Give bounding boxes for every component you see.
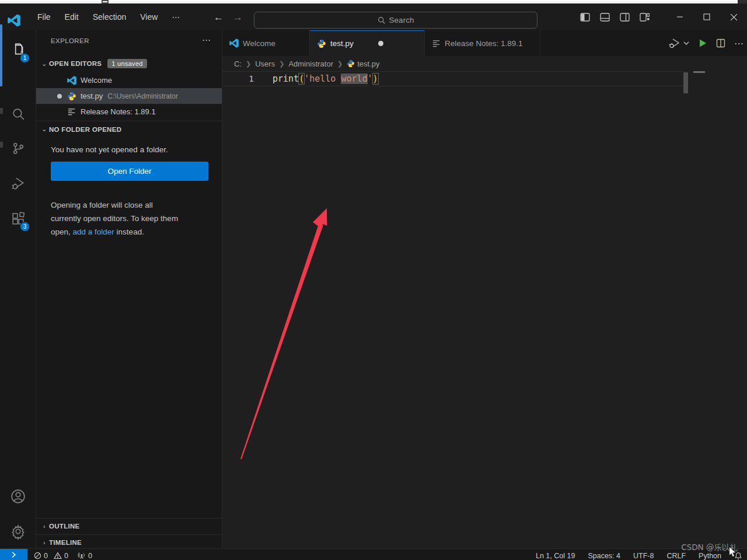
chevron-right-icon: › [40,523,49,530]
chevron-right-icon: ❯ [277,60,286,68]
activity-bar: 1 3 [0,30,36,548]
activitybar-run-debug[interactable] [0,169,36,198]
code-text: print('hello world') [273,74,378,84]
customize-layout-icon[interactable] [640,13,650,22]
minimize-button[interactable] [666,4,693,30]
unsaved-badge: 1 unsaved [107,59,146,68]
chevron-down-icon: ⌄ [40,125,49,133]
toggle-panel-icon[interactable] [600,13,610,22]
split-editor-icon[interactable] [716,38,725,48]
menu-edit[interactable]: Edit [58,9,86,24]
no-folder-label: NO FOLDER OPENED [49,126,121,133]
folder-help-line2: currently open editors. To keep them [51,214,178,223]
timeline-label: TIMELINE [49,539,82,546]
open-editors-label: OPEN EDITORS [49,60,102,67]
activitybar-extensions[interactable]: 3 [0,204,36,233]
menu-bar: File Edit Selection View ⋯ [30,4,187,30]
toggle-sidebar-icon[interactable] [580,13,590,22]
token-close-paren: ) [373,74,378,84]
activitybar-source-control[interactable] [0,134,36,163]
open-editor-label: Release Notes: 1.89.1 [81,107,156,116]
explorer-more-actions-icon[interactable]: ⋯ [202,35,211,46]
breadcrumb: C: ❯ Users ❯ Administrator ❯ test.py [222,56,747,71]
menu-view[interactable]: View [133,9,165,24]
chevron-right-icon: › [40,539,49,546]
code-editor[interactable]: 1 print('hello world') [222,71,747,548]
menu-selection[interactable]: Selection [86,9,134,24]
open-editor-row-release-notes[interactable]: Release Notes: 1.89.1 [36,104,222,120]
tab-welcome[interactable]: Welcome [222,30,310,56]
chevron-down-icon: ⌄ [40,60,49,68]
folder-help-text: Opening a folder will close all currentl… [51,198,178,239]
cursor-position-status[interactable]: Ln 1, Col 19 [536,550,575,560]
chevron-right-icon: ❯ [336,60,344,68]
explorer-badge: 1 [20,53,30,63]
file-path: C:\Users\Administrator [107,92,178,100]
outline-label: OUTLINE [49,523,80,530]
remote-indicator-button[interactable] [0,549,27,560]
run-python-file-icon[interactable] [698,38,707,48]
command-center-search[interactable]: Search [254,12,537,29]
tab-label: Release Notes: 1.89.1 [445,39,523,48]
token-open-paren: ( [299,74,304,84]
background-window-edge [0,24,2,86]
activitybar-explorer[interactable]: 1 [0,35,36,64]
error-count: 0 [44,552,48,560]
nav-forward-icon[interactable]: → [233,12,243,23]
title-bar: File Edit Selection View ⋯ ← → Search [0,4,747,30]
release-notes-icon [67,107,76,116]
no-folder-message: You have not yet opened a folder. [51,145,168,154]
layout-controls [580,4,650,30]
open-editor-label: Welcome [81,76,112,85]
maximize-button[interactable] [693,4,720,30]
ports-status[interactable]: 0 [78,550,92,560]
status-bar: 0 0 0 Ln 1, Col 19 Spaces: 4 UTF-8 CRLF … [0,548,747,560]
open-editor-label: test.pyC:\Users\Administrator [81,92,178,100]
token-word-highlight: world [341,74,367,84]
explorer-sidebar: EXPLORER ⋯ ⌄ OPEN EDITORS 1 unsaved Welc… [36,30,222,548]
nav-back-icon[interactable]: ← [214,12,224,23]
run-or-debug-icon[interactable] [669,38,689,48]
token-string-close: ' [368,74,373,84]
sidebar-title: EXPLORER [51,37,89,44]
menu-more-icon[interactable]: ⋯ [165,9,187,24]
token-print: print [273,74,299,84]
breadcrumb-file[interactable]: test.py [357,60,379,68]
tab-release-notes[interactable]: Release Notes: 1.89.1 [425,30,540,56]
open-editors-header[interactable]: ⌄ OPEN EDITORS 1 unsaved [36,56,222,71]
open-editor-row-welcome[interactable]: Welcome [36,72,222,88]
outline-section-header[interactable]: › OUTLINE [36,518,222,533]
open-editor-row-testpy[interactable]: test.pyC:\Users\Administrator [36,88,222,104]
minimap [693,71,705,73]
python-file-icon [67,92,76,101]
no-folder-opened-header[interactable]: ⌄ NO FOLDER OPENED [36,121,222,137]
tab-label: test.py [330,39,354,48]
activitybar-search[interactable] [0,99,36,128]
activitybar-account[interactable] [0,482,36,511]
activitybar-settings-gear-icon[interactable] [0,517,36,546]
editor-scrollbar[interactable] [683,72,688,93]
vscode-file-icon [67,76,76,85]
tab-testpy[interactable]: test.py [310,30,425,56]
encoding-status[interactable]: UTF-8 [633,550,654,560]
file-name: test.py [81,92,103,100]
folder-help-line3: open, [51,228,73,236]
breadcrumb-drive[interactable]: C: [234,60,242,68]
line-number: 1 [222,74,254,83]
open-folder-button[interactable]: Open Folder [51,162,208,181]
close-button[interactable] [720,4,747,30]
tab-label: Welcome [243,39,275,48]
add-a-folder-link[interactable]: add a folder [73,228,114,236]
folder-help-line1: Opening a folder will close all [51,201,153,209]
editor-more-actions-icon[interactable]: ⋯ [734,38,743,49]
timeline-section-header[interactable]: › TIMELINE [36,534,222,550]
toggle-secondary-sidebar-icon[interactable] [620,13,630,22]
breadcrumb-users[interactable]: Users [255,60,275,68]
vscode-logo-icon [8,14,20,27]
indentation-status[interactable]: Spaces: 4 [588,550,620,560]
menu-file[interactable]: File [30,9,58,24]
unsaved-dot-icon[interactable] [378,41,383,46]
problems-status[interactable]: 0 0 [34,550,68,560]
cursor-pointer-icon [729,547,736,556]
breadcrumb-administrator[interactable]: Administrator [288,60,333,68]
